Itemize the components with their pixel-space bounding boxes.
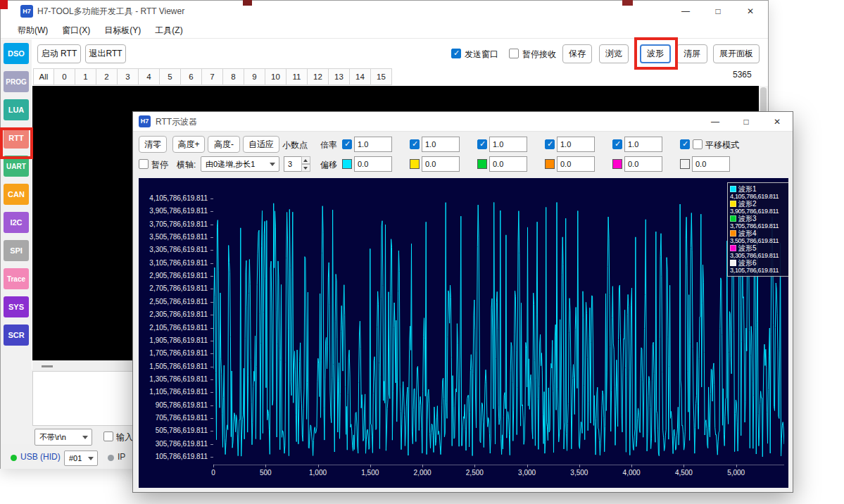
sidebar: DSOPROGLUARTTUARTCANI2CSPITraceSYSSCR: [1, 39, 32, 444]
channel-5-color-swatch[interactable]: [612, 159, 622, 169]
channel-1-offset-input[interactable]: [354, 156, 392, 172]
clear-screen-button[interactable]: 清屏: [676, 44, 707, 63]
tab-7[interactable]: 7: [202, 68, 223, 85]
channel-2-offset-input[interactable]: [422, 156, 460, 172]
height-plus-button[interactable]: 高度+: [172, 136, 205, 153]
send-window-checkbox[interactable]: [451, 49, 461, 58]
close-icon[interactable]: ✕: [734, 1, 767, 22]
expand-panel-button[interactable]: 展开面板: [713, 44, 760, 63]
browse-button[interactable]: 浏览: [599, 44, 629, 63]
channel-5-enable-checkbox[interactable]: [612, 139, 622, 149]
menu-item-3[interactable]: 目标板(Y): [97, 22, 148, 39]
channel-1-enable-checkbox[interactable]: [342, 139, 352, 149]
tab-13[interactable]: 13: [329, 68, 350, 85]
channel-select[interactable]: #01: [64, 451, 98, 466]
channel-5-scale-input[interactable]: [624, 137, 662, 152]
tab-1[interactable]: 1: [75, 68, 96, 85]
close-icon[interactable]: ✕: [762, 112, 793, 132]
menu-item-4[interactable]: 工具(Z): [148, 22, 189, 39]
pan-mode-checkbox[interactable]: [693, 139, 703, 149]
auto-fit-button[interactable]: 自适应: [243, 136, 279, 153]
legend-value: 3,705,786,619.811: [730, 222, 786, 229]
xaxis-mode-select[interactable]: 由0递增,步长1: [201, 156, 279, 172]
waveform-plot[interactable]: [213, 178, 784, 488]
sidebar-item-can[interactable]: CAN: [4, 184, 29, 205]
maximize-icon[interactable]: □: [702, 1, 734, 22]
spin-down-icon[interactable]: [301, 164, 310, 172]
tab-3[interactable]: 3: [118, 68, 139, 85]
height-minus-button[interactable]: 高度-: [208, 136, 240, 153]
sidebar-item-i2c[interactable]: I2C: [4, 212, 29, 233]
tab-all[interactable]: All: [33, 68, 54, 85]
x-tick: [684, 465, 684, 467]
tab-14[interactable]: 14: [350, 68, 371, 85]
channel-6-enable-checkbox[interactable]: [680, 139, 690, 149]
sidebar-item-prog[interactable]: PROG: [4, 71, 29, 92]
tab-12[interactable]: 12: [308, 68, 329, 85]
tab-9[interactable]: 9: [244, 68, 265, 85]
tab-8[interactable]: 8: [223, 68, 244, 85]
y-tick: [210, 225, 213, 225]
sidebar-item-dso[interactable]: DSO: [4, 43, 29, 64]
y-tick: [210, 199, 213, 199]
channel-2-color-swatch[interactable]: [410, 159, 420, 169]
tab-4[interactable]: 4: [139, 68, 160, 85]
channel-1-scale-input[interactable]: [354, 137, 392, 152]
sidebar-item-lua[interactable]: LUA: [4, 99, 29, 120]
waveform-chart[interactable]: 波形14,105,786,619.811波形23,905,786,619.811…: [139, 178, 788, 488]
channel-1-color-swatch[interactable]: [342, 159, 352, 169]
xaxis-mode-value: 由0递增,步长1: [206, 159, 255, 170]
spin-up-icon[interactable]: [301, 156, 310, 164]
channel-3-enable-checkbox[interactable]: [477, 139, 487, 149]
channel-6-color-swatch[interactable]: [680, 159, 690, 169]
pause-receive-checkbox[interactable]: [509, 49, 519, 58]
minimize-icon[interactable]: —: [669, 1, 702, 22]
y-tick: [210, 289, 213, 289]
channel-4-color-swatch[interactable]: [545, 159, 555, 169]
sidebar-item-trace[interactable]: Trace: [4, 268, 29, 289]
tab-6[interactable]: 6: [181, 68, 202, 85]
channel-5-offset-input[interactable]: [624, 156, 662, 172]
minimize-icon[interactable]: —: [700, 112, 731, 132]
tab-10[interactable]: 10: [265, 68, 286, 85]
channel-3-scale-input[interactable]: [489, 137, 527, 152]
y-axis-label: 2,705,786,619.811: [139, 284, 208, 292]
menu-bar: 帮助(W)窗口(X)目标板(Y)工具(Z): [1, 22, 768, 39]
exit-rtt-button[interactable]: 退出RTT: [85, 44, 126, 63]
channel-4-enable-checkbox[interactable]: [545, 139, 555, 149]
sidebar-item-spi[interactable]: SPI: [4, 240, 29, 261]
save-button[interactable]: 保存: [562, 44, 592, 63]
rtt-scope-dialog: H7 RTT示波器 — □ ✕ 清零 高度+ 高度- 自适应 小数点 倍率 平移…: [132, 111, 793, 493]
line-ending-select[interactable]: 不带\r\n: [34, 429, 92, 446]
x-axis-label: 5,000: [715, 469, 757, 477]
maximize-icon[interactable]: □: [731, 112, 762, 132]
decimal-spinner[interactable]: [284, 156, 310, 172]
menu-item-1[interactable]: 帮助(W): [11, 22, 55, 39]
tab-15[interactable]: 15: [371, 68, 392, 85]
sidebar-item-scr[interactable]: SCR: [4, 325, 29, 346]
sidebar-item-sys[interactable]: SYS: [4, 296, 29, 317]
scope-pause-checkbox[interactable]: [139, 159, 149, 169]
channel-3-color-swatch[interactable]: [477, 159, 487, 169]
channel-2-enable-checkbox[interactable]: [410, 139, 420, 149]
x-tick: [474, 465, 475, 467]
tab-11[interactable]: 11: [286, 68, 308, 85]
menu-item-2[interactable]: 窗口(X): [55, 22, 97, 39]
decimal-input[interactable]: [284, 156, 302, 172]
channel-2-scale-input[interactable]: [422, 137, 460, 152]
tab-0[interactable]: 0: [54, 68, 75, 85]
y-tick: [210, 328, 213, 329]
tab-2[interactable]: 2: [96, 68, 118, 85]
channel-6-offset-input[interactable]: [692, 156, 730, 172]
annotation-box-wave: [634, 37, 678, 70]
input-mode-checkbox[interactable]: [103, 431, 113, 441]
legend-item: 波形6: [730, 259, 786, 267]
y-tick: [210, 418, 213, 419]
clear-zero-button[interactable]: 清零: [139, 136, 167, 153]
channel-4-scale-input[interactable]: [557, 137, 595, 152]
tab-5[interactable]: 5: [160, 68, 181, 85]
channel-4-offset-input[interactable]: [557, 156, 595, 172]
start-rtt-button[interactable]: 启动 RTT: [37, 44, 81, 63]
app-icon: H7: [20, 5, 33, 18]
channel-3-offset-input[interactable]: [489, 156, 527, 172]
